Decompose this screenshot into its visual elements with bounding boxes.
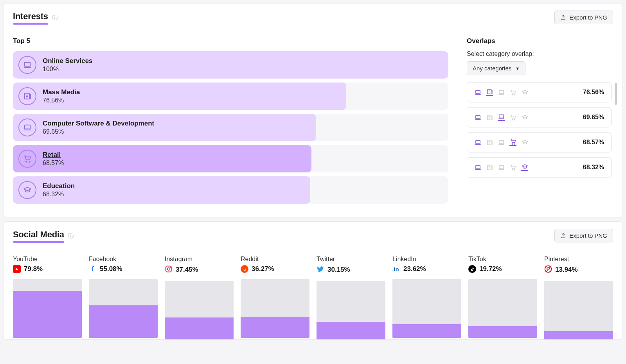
svg-point-9: [514, 94, 515, 95]
social-bar: [468, 279, 537, 338]
scrollbar[interactable]: [615, 83, 617, 105]
overlap-category-select[interactable]: Any categories ▼: [467, 61, 525, 75]
svg-rect-2: [25, 125, 31, 129]
social-bar-fill: [89, 305, 158, 338]
bar-text: Computer Software & Development69.65%: [43, 120, 154, 135]
svg-point-26: [167, 268, 170, 271]
social-stat: in23.62%: [392, 265, 461, 273]
interest-bar[interactable]: Online Services100%: [13, 51, 448, 79]
social-bar: [13, 279, 82, 338]
interests-card: Interests i Export to PNG Top 5 Online S…: [3, 3, 623, 217]
svg-point-3: [26, 161, 27, 162]
overlap-row[interactable]: 69.65%: [467, 107, 612, 127]
bar-text: Education68.32%: [43, 182, 75, 198]
social-pct: 55.08%: [100, 265, 122, 273]
info-icon[interactable]: i: [52, 15, 58, 20]
social-bar-fill: [392, 324, 461, 338]
cart-icon: [509, 139, 516, 146]
svg-rect-5: [475, 90, 480, 93]
social-card: Social Media i Export to PNG YouTube▶79.…: [3, 221, 623, 340]
social-name: LinkedIn: [392, 256, 461, 263]
overlap-row[interactable]: 76.56%: [467, 82, 612, 102]
svg-rect-20: [475, 165, 480, 169]
info-icon[interactable]: i: [68, 233, 74, 238]
social-column: Facebookf55.08%: [89, 256, 158, 339]
social-bar-fill: [241, 317, 309, 338]
social-bar-fill: [544, 331, 613, 339]
interest-pct: 69.65%: [43, 128, 154, 135]
social-stat: f55.08%: [89, 265, 158, 273]
social-stat: 30.15%: [317, 265, 385, 274]
interest-pct: 68.57%: [43, 160, 64, 167]
interest-bar[interactable]: Mass Media76.56%: [13, 82, 448, 110]
tw-icon: [317, 265, 324, 274]
grad-icon: [521, 114, 528, 121]
laptop-icon: [498, 164, 505, 171]
social-stat: 37.45%: [165, 265, 234, 274]
social-pct: 23.62%: [403, 265, 426, 273]
interest-bar[interactable]: Computer Software & Development69.65%: [13, 114, 448, 141]
svg-rect-17: [499, 140, 503, 143]
social-stat: 13.94%: [544, 265, 613, 274]
pn-icon: [544, 265, 552, 274]
social-column: Reddit36.27%: [241, 256, 309, 339]
svg-point-23: [512, 169, 513, 170]
svg-point-24: [514, 169, 515, 170]
overlap-row[interactable]: 68.32%: [467, 157, 612, 178]
bar-text: Retail68.57%: [43, 151, 64, 167]
social-bar: [392, 279, 461, 338]
social-bar: [544, 281, 613, 339]
social-bar: [89, 279, 158, 338]
svg-point-27: [170, 267, 171, 268]
svg-point-4: [29, 161, 30, 162]
yt-icon: ▶: [13, 265, 21, 273]
export-social-button[interactable]: Export to PNG: [554, 229, 613, 242]
svg-point-14: [514, 119, 515, 120]
news-icon: [18, 87, 36, 105]
svg-point-13: [512, 119, 513, 120]
laptop-icon: [18, 118, 36, 136]
bar-text: Mass Media76.56%: [43, 88, 80, 104]
news-icon: [486, 139, 493, 146]
social-name: Pinterest: [544, 256, 613, 263]
interest-pct: 68.32%: [43, 191, 75, 198]
cart-icon: [509, 114, 516, 121]
cart-icon: [509, 89, 516, 96]
social-column: Pinterest13.94%: [544, 256, 613, 339]
social-pct: 19.72%: [479, 265, 502, 273]
grad-icon: [18, 181, 36, 199]
laptop-icon: [474, 139, 481, 146]
laptop-icon: [498, 114, 505, 121]
social-bar-fill: [468, 326, 537, 338]
interest-name: Computer Software & Development: [43, 120, 154, 127]
overlaps-panel: Overlaps Select category overlap: Any ca…: [458, 30, 622, 217]
social-name: Twitter: [317, 256, 385, 263]
interests-header: Interests i Export to PNG: [4, 4, 622, 30]
news-icon: [486, 114, 493, 121]
social-bar: [317, 281, 385, 339]
interest-bar[interactable]: Retail68.57%: [13, 145, 448, 172]
social-name: YouTube: [13, 256, 82, 263]
overlap-icons: [474, 89, 528, 96]
news-icon: [486, 164, 493, 171]
top5-title: Top 5: [13, 37, 448, 45]
interest-name: Education: [43, 182, 75, 190]
upload-icon: [560, 14, 566, 20]
chevron-down-icon: ▼: [515, 66, 520, 71]
svg-point-29: [245, 269, 246, 269]
svg-point-19: [514, 143, 515, 144]
export-interests-button[interactable]: Export to PNG: [554, 11, 613, 24]
overlap-rows: 76.56%69.65%68.57%68.32%: [467, 82, 615, 178]
social-pct: 79.8%: [24, 265, 43, 273]
social-bar-fill: [13, 291, 82, 338]
social-title: Social Media: [13, 230, 64, 242]
laptop-icon: [18, 56, 36, 74]
overlap-icons: [474, 114, 528, 121]
overlap-icons: [474, 164, 528, 171]
interest-bar[interactable]: Education68.32%: [13, 176, 448, 204]
social-column: Instagram37.45%: [165, 256, 234, 339]
overlap-row[interactable]: 68.57%: [467, 132, 612, 152]
rd-icon: [241, 265, 248, 273]
interest-pct: 100%: [43, 66, 93, 73]
upload-icon: [560, 233, 566, 238]
